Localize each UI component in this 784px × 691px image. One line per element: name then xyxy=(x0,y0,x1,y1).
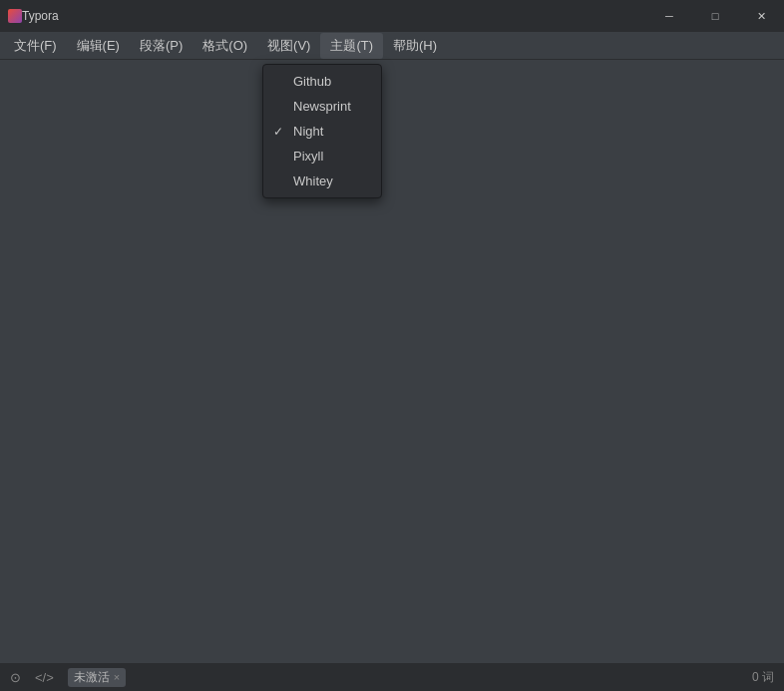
theme-night[interactable]: Night xyxy=(263,119,381,144)
title-bar: Typora ─ □ ✕ xyxy=(0,0,784,32)
menu-theme[interactable]: 主题(T) xyxy=(320,33,383,59)
code-icon[interactable]: </> xyxy=(35,670,54,685)
menu-edit[interactable]: 编辑(E) xyxy=(67,33,130,59)
theme-pixyll[interactable]: Pixyll xyxy=(263,144,381,169)
menu-file[interactable]: 文件(F) xyxy=(4,33,67,59)
status-tag-label: 未激活 xyxy=(74,669,110,686)
menu-bar: 文件(F) 编辑(E) 段落(P) 格式(O) 视图(V) 主题(T) 帮助(H… xyxy=(0,32,784,60)
window-controls: ─ □ ✕ xyxy=(646,0,784,32)
status-left: ⊙ </> 未激活 × xyxy=(10,668,126,687)
status-tag-close[interactable]: × xyxy=(114,671,120,683)
source-mode-icon[interactable]: ⊙ xyxy=(10,670,21,685)
menu-paragraph[interactable]: 段落(P) xyxy=(130,33,193,59)
word-count: 0 词 xyxy=(752,669,774,686)
menu-help[interactable]: 帮助(H) xyxy=(383,33,447,59)
minimize-button[interactable]: ─ xyxy=(646,0,692,32)
theme-whitey[interactable]: Whitey xyxy=(263,169,381,193)
status-tag: 未激活 × xyxy=(68,668,126,687)
close-button[interactable]: ✕ xyxy=(738,0,784,32)
maximize-button[interactable]: □ xyxy=(692,0,738,32)
main-area: Github Newsprint Night Pixyll Whitey xyxy=(0,60,784,663)
theme-newsprint[interactable]: Newsprint xyxy=(263,94,381,119)
app-icon xyxy=(8,9,22,23)
status-bar: ⊙ </> 未激活 × 0 词 xyxy=(0,663,784,691)
theme-dropdown: Github Newsprint Night Pixyll Whitey xyxy=(262,64,382,198)
menu-view[interactable]: 视图(V) xyxy=(257,33,320,59)
menu-format[interactable]: 格式(O) xyxy=(193,33,257,59)
theme-github[interactable]: Github xyxy=(263,69,381,94)
